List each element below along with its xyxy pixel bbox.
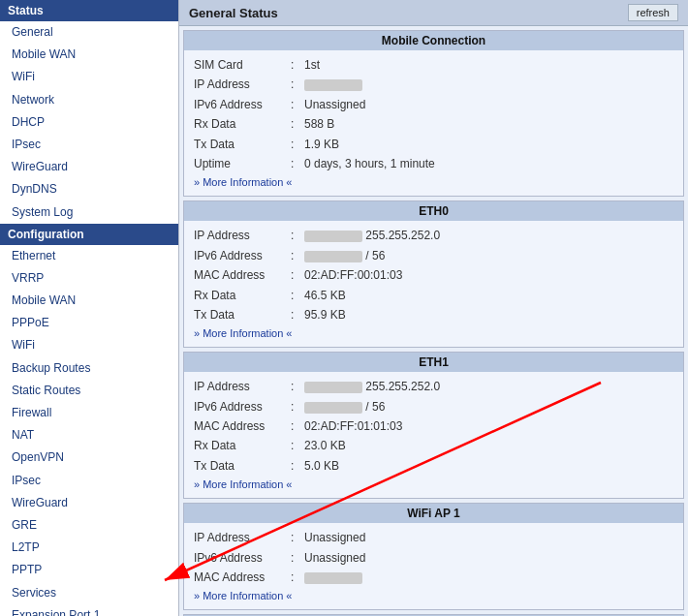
main-header: General Status refresh — [179, 0, 688, 26]
more-info-link[interactable]: » More Information « — [194, 173, 293, 191]
sidebar-item-expansion-port-1[interactable]: Expansion Port 1 — [0, 604, 178, 616]
more-info-link[interactable]: » More Information « — [194, 476, 293, 493]
info-value: 46.5 KB — [304, 286, 673, 305]
info-label: MAC Address — [194, 265, 291, 285]
info-label: IP Address — [194, 75, 291, 94]
sidebar-item-wifi[interactable]: WiFi — [0, 66, 178, 88]
sidebar-item-ipsec[interactable]: IPsec — [0, 134, 178, 156]
info-row: Tx Data:5.0 KB — [194, 456, 673, 476]
info-colon: : — [291, 456, 304, 476]
sidebar-item-backup-routes[interactable]: Backup Routes — [0, 357, 178, 380]
blurred-value: ██████ — [304, 231, 362, 242]
section-body: IP Address:██████ 255.255.252.0IPv6 Addr… — [184, 372, 683, 498]
sidebar-item-mobile-wan[interactable]: Mobile WAN — [0, 290, 178, 312]
sidebar-item-dyndns[interactable]: DynDNS — [0, 178, 178, 200]
info-value: 1st — [304, 55, 673, 75]
section-body: SIM Card:1stIP Address:██████IPv6 Addres… — [184, 50, 683, 196]
info-value: ██████ — [304, 75, 673, 94]
sidebar-item-gre[interactable]: GRE — [0, 514, 178, 537]
info-value: 02:AD:FF:00:01:03 — [304, 265, 673, 285]
info-row: Tx Data:95.9 KB — [194, 305, 673, 324]
info-label: IPv6 Address — [194, 548, 291, 568]
info-label: Tx Data — [194, 135, 291, 154]
sidebar-item-dhcp[interactable]: DHCP — [0, 111, 178, 134]
info-label: IPv6 Address — [194, 397, 291, 416]
info-colon: : — [291, 75, 304, 94]
blurred-value: ██████ — [304, 251, 362, 262]
info-colon: : — [291, 377, 304, 396]
refresh-button[interactable]: refresh — [628, 4, 678, 21]
blurred-value: ██████ — [304, 382, 362, 393]
info-value: 0 days, 3 hours, 1 minute — [304, 154, 673, 173]
info-value: ██████ 255.255.252.0 — [304, 226, 673, 245]
info-colon: : — [291, 246, 304, 265]
sidebar-item-wireguard[interactable]: WireGuard — [0, 156, 178, 178]
info-row: IPv6 Address:██████ / 56 — [194, 397, 673, 416]
sidebar-item-vrrp[interactable]: VRRP — [0, 267, 178, 290]
info-value: 95.9 KB — [304, 305, 673, 324]
sidebar-item-system-log[interactable]: System Log — [0, 201, 178, 224]
info-label: IP Address — [194, 226, 291, 245]
sidebar-item-nat[interactable]: NAT — [0, 424, 178, 447]
section-body: IP Address:██████ 255.255.252.0IPv6 Addr… — [184, 221, 683, 347]
section-wifi-ap-1: WiFi AP 1IP Address:UnassignedIPv6 Addre… — [183, 503, 684, 610]
sidebar-item-static-routes[interactable]: Static Routes — [0, 380, 178, 402]
info-colon: : — [291, 436, 304, 455]
info-colon: : — [291, 265, 304, 285]
sidebar-item-pptp[interactable]: PPTP — [0, 559, 178, 581]
sidebar-item-services[interactable]: Services — [0, 582, 178, 604]
sidebar-item-general[interactable]: General — [0, 21, 178, 44]
sidebar-item-wireguard[interactable]: WireGuard — [0, 492, 178, 514]
info-row: IPv6 Address:██████ / 56 — [194, 246, 673, 265]
info-value: 23.0 KB — [304, 436, 673, 455]
info-label: Rx Data — [194, 436, 291, 455]
info-value: ██████ / 56 — [304, 397, 673, 416]
info-colon: : — [291, 154, 304, 173]
info-colon: : — [291, 114, 304, 134]
blurred-value: ██████ — [304, 79, 362, 91]
section-title: Mobile Connection — [184, 31, 683, 50]
info-value: 02:AD:FF:01:01:03 — [304, 416, 673, 436]
section-eth0: ETH0IP Address:██████ 255.255.252.0IPv6 … — [183, 200, 684, 348]
more-info-link[interactable]: » More Information « — [194, 324, 293, 342]
info-colon: : — [291, 528, 304, 547]
sidebar-item-mobile-wan[interactable]: Mobile WAN — [0, 44, 178, 66]
blurred-value: ██████ — [304, 402, 362, 414]
info-colon: : — [291, 135, 304, 154]
info-label: IP Address — [194, 528, 291, 547]
sidebar: StatusGeneralMobile WANWiFiNetworkDHCPIP… — [0, 0, 179, 616]
info-label: IP Address — [194, 377, 291, 396]
info-colon: : — [291, 226, 304, 245]
sidebar-section-status: Status — [0, 0, 178, 21]
info-row: MAC Address:02:AD:FF:01:01:03 — [194, 416, 673, 436]
main-sections: Mobile ConnectionSIM Card:1stIP Address:… — [179, 26, 688, 616]
info-value: Unassigned — [304, 548, 673, 568]
main-content-area: General Status refresh Mobile Connection… — [179, 0, 688, 616]
sidebar-item-ipsec[interactable]: IPsec — [0, 470, 178, 492]
info-label: IPv6 Address — [194, 246, 291, 265]
info-label: Rx Data — [194, 286, 291, 305]
info-row: SIM Card:1st — [194, 55, 673, 75]
sidebar-item-wifi[interactable]: WiFi — [0, 334, 178, 356]
section-body: IP Address:UnassignedIPv6 Address:Unassi… — [184, 523, 683, 609]
section-title: ETH0 — [184, 201, 683, 221]
sidebar-item-network[interactable]: Network — [0, 89, 178, 111]
info-colon: : — [291, 95, 304, 114]
more-info-link[interactable]: » More Information « — [194, 587, 293, 604]
info-row: Rx Data:23.0 KB — [194, 436, 673, 455]
info-value: ██████ 255.255.252.0 — [304, 377, 673, 396]
sidebar-item-openvpn[interactable]: OpenVPN — [0, 447, 178, 469]
info-value: 1.9 KB — [304, 135, 673, 154]
sidebar-item-pppoe[interactable]: PPPoE — [0, 312, 178, 334]
info-colon: : — [291, 397, 304, 416]
info-row: MAC Address:02:AD:FF:00:01:03 — [194, 265, 673, 285]
sidebar-item-ethernet[interactable]: Ethernet — [0, 245, 178, 267]
info-colon: : — [291, 305, 304, 324]
info-row: IP Address:██████ 255.255.252.0 — [194, 377, 673, 396]
section-title: ETH1 — [184, 353, 683, 372]
info-label: Tx Data — [194, 456, 291, 476]
info-row: IPv6 Address:Unassigned — [194, 95, 673, 114]
sidebar-item-firewall[interactable]: Firewall — [0, 402, 178, 424]
info-colon: : — [291, 416, 304, 436]
sidebar-item-l2tp[interactable]: L2TP — [0, 537, 178, 559]
